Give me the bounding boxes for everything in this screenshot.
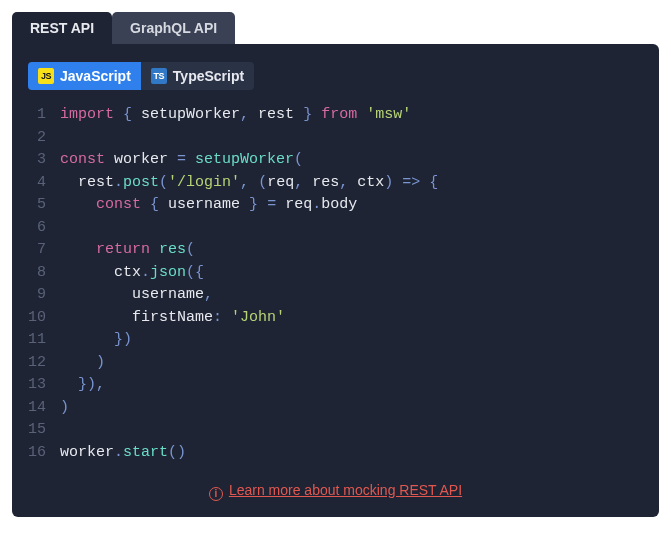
line-number: 5 bbox=[28, 194, 46, 217]
learn-more-row: iLearn more about mocking REST API bbox=[28, 482, 643, 501]
code-line bbox=[60, 127, 643, 150]
info-icon: i bbox=[209, 487, 223, 501]
language-tabs: JS JavaScript TS TypeScript bbox=[28, 62, 254, 90]
code-line bbox=[60, 217, 643, 240]
code-panel: JS JavaScript TS TypeScript 123456789101… bbox=[12, 44, 659, 517]
js-badge-icon: JS bbox=[38, 68, 54, 84]
line-number: 6 bbox=[28, 217, 46, 240]
line-number: 13 bbox=[28, 374, 46, 397]
learn-more-link[interactable]: Learn more about mocking REST API bbox=[229, 482, 462, 498]
line-number: 15 bbox=[28, 419, 46, 442]
code-content[interactable]: import { setupWorker, rest } from 'msw' … bbox=[60, 104, 643, 464]
ts-badge-icon: TS bbox=[151, 68, 167, 84]
code-line: firstName: 'John' bbox=[60, 307, 643, 330]
code-line: }) bbox=[60, 329, 643, 352]
code-line: username, bbox=[60, 284, 643, 307]
code-line: worker.start() bbox=[60, 442, 643, 465]
code-line: ) bbox=[60, 397, 643, 420]
line-number: 2 bbox=[28, 127, 46, 150]
line-number: 12 bbox=[28, 352, 46, 375]
api-tabs: REST API GraphQL API bbox=[12, 12, 659, 44]
line-number: 3 bbox=[28, 149, 46, 172]
tab-rest-api[interactable]: REST API bbox=[12, 12, 112, 44]
line-number: 1 bbox=[28, 104, 46, 127]
line-number: 9 bbox=[28, 284, 46, 307]
tab-typescript[interactable]: TS TypeScript bbox=[141, 62, 254, 90]
line-number: 11 bbox=[28, 329, 46, 352]
line-number: 14 bbox=[28, 397, 46, 420]
tab-javascript[interactable]: JS JavaScript bbox=[28, 62, 141, 90]
line-number: 8 bbox=[28, 262, 46, 285]
code-line: ctx.json({ bbox=[60, 262, 643, 285]
code-line bbox=[60, 419, 643, 442]
code-line: return res( bbox=[60, 239, 643, 262]
code-line: }), bbox=[60, 374, 643, 397]
code-line: const worker = setupWorker( bbox=[60, 149, 643, 172]
line-number: 4 bbox=[28, 172, 46, 195]
tab-javascript-label: JavaScript bbox=[60, 68, 131, 84]
line-number-gutter: 12345678910111213141516 bbox=[28, 104, 60, 464]
line-number: 16 bbox=[28, 442, 46, 465]
tab-typescript-label: TypeScript bbox=[173, 68, 244, 84]
code-line: const { username } = req.body bbox=[60, 194, 643, 217]
code-line: rest.post('/login', (req, res, ctx) => { bbox=[60, 172, 643, 195]
tab-graphql-api[interactable]: GraphQL API bbox=[112, 12, 235, 44]
code-line: import { setupWorker, rest } from 'msw' bbox=[60, 104, 643, 127]
code-block: 12345678910111213141516 import { setupWo… bbox=[28, 104, 643, 464]
line-number: 10 bbox=[28, 307, 46, 330]
code-line: ) bbox=[60, 352, 643, 375]
line-number: 7 bbox=[28, 239, 46, 262]
